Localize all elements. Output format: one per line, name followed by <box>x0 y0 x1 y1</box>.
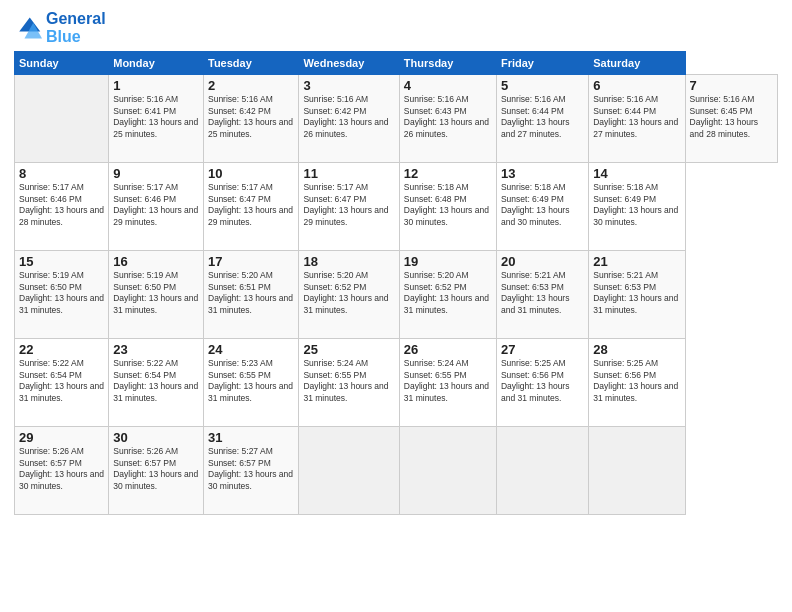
day-number: 7 <box>690 78 773 93</box>
day-number: 26 <box>404 342 492 357</box>
calendar-cell: 8 Sunrise: 5:17 AMSunset: 6:46 PMDayligh… <box>15 163 109 251</box>
calendar-header-row: SundayMondayTuesdayWednesdayThursdayFrid… <box>15 52 778 75</box>
calendar-cell: 17 Sunrise: 5:20 AMSunset: 6:51 PMDaylig… <box>204 251 299 339</box>
day-info: Sunrise: 5:16 AMSunset: 6:44 PMDaylight:… <box>501 94 584 140</box>
calendar-table: SundayMondayTuesdayWednesdayThursdayFrid… <box>14 51 778 515</box>
calendar-cell: 14 Sunrise: 5:18 AMSunset: 6:49 PMDaylig… <box>589 163 685 251</box>
calendar-cell: 6 Sunrise: 5:16 AMSunset: 6:44 PMDayligh… <box>589 75 685 163</box>
day-number: 19 <box>404 254 492 269</box>
day-info: Sunrise: 5:22 AMSunset: 6:54 PMDaylight:… <box>19 358 104 404</box>
calendar-cell: 1 Sunrise: 5:16 AMSunset: 6:41 PMDayligh… <box>109 75 204 163</box>
calendar-cell: 4 Sunrise: 5:16 AMSunset: 6:43 PMDayligh… <box>399 75 496 163</box>
calendar-cell-empty <box>15 75 109 163</box>
day-info: Sunrise: 5:27 AMSunset: 6:57 PMDaylight:… <box>208 446 294 492</box>
day-number: 16 <box>113 254 199 269</box>
day-info: Sunrise: 5:16 AMSunset: 6:41 PMDaylight:… <box>113 94 199 140</box>
day-number: 6 <box>593 78 680 93</box>
day-info: Sunrise: 5:16 AMSunset: 6:44 PMDaylight:… <box>593 94 680 140</box>
day-number: 18 <box>303 254 394 269</box>
day-number: 4 <box>404 78 492 93</box>
day-info: Sunrise: 5:17 AMSunset: 6:46 PMDaylight:… <box>113 182 199 228</box>
day-number: 27 <box>501 342 584 357</box>
calendar-cell: 9 Sunrise: 5:17 AMSunset: 6:46 PMDayligh… <box>109 163 204 251</box>
calendar-cell <box>299 427 399 515</box>
logo-line1: General <box>46 10 106 28</box>
day-number: 8 <box>19 166 104 181</box>
day-info: Sunrise: 5:17 AMSunset: 6:46 PMDaylight:… <box>19 182 104 228</box>
calendar-cell: 12 Sunrise: 5:18 AMSunset: 6:48 PMDaylig… <box>399 163 496 251</box>
calendar-cell: 18 Sunrise: 5:20 AMSunset: 6:52 PMDaylig… <box>299 251 399 339</box>
day-number: 10 <box>208 166 294 181</box>
day-number: 5 <box>501 78 584 93</box>
day-number: 9 <box>113 166 199 181</box>
day-number: 25 <box>303 342 394 357</box>
calendar-cell: 19 Sunrise: 5:20 AMSunset: 6:52 PMDaylig… <box>399 251 496 339</box>
calendar-cell: 11 Sunrise: 5:17 AMSunset: 6:47 PMDaylig… <box>299 163 399 251</box>
calendar-week-0: 1 Sunrise: 5:16 AMSunset: 6:41 PMDayligh… <box>15 75 778 163</box>
calendar-cell: 30 Sunrise: 5:26 AMSunset: 6:57 PMDaylig… <box>109 427 204 515</box>
day-info: Sunrise: 5:17 AMSunset: 6:47 PMDaylight:… <box>208 182 294 228</box>
day-info: Sunrise: 5:16 AMSunset: 6:45 PMDaylight:… <box>690 94 773 140</box>
day-number: 15 <box>19 254 104 269</box>
day-number: 20 <box>501 254 584 269</box>
logo-icon <box>14 14 42 42</box>
calendar-cell: 7 Sunrise: 5:16 AMSunset: 6:45 PMDayligh… <box>685 75 777 163</box>
day-number: 28 <box>593 342 680 357</box>
day-info: Sunrise: 5:20 AMSunset: 6:52 PMDaylight:… <box>404 270 492 316</box>
day-info: Sunrise: 5:17 AMSunset: 6:47 PMDaylight:… <box>303 182 394 228</box>
day-number: 14 <box>593 166 680 181</box>
day-number: 22 <box>19 342 104 357</box>
day-number: 24 <box>208 342 294 357</box>
calendar-cell: 16 Sunrise: 5:19 AMSunset: 6:50 PMDaylig… <box>109 251 204 339</box>
calendar-cell: 21 Sunrise: 5:21 AMSunset: 6:53 PMDaylig… <box>589 251 685 339</box>
day-number: 1 <box>113 78 199 93</box>
day-info: Sunrise: 5:25 AMSunset: 6:56 PMDaylight:… <box>593 358 680 404</box>
calendar-cell: 26 Sunrise: 5:24 AMSunset: 6:55 PMDaylig… <box>399 339 496 427</box>
day-number: 11 <box>303 166 394 181</box>
calendar-cell <box>496 427 588 515</box>
day-info: Sunrise: 5:18 AMSunset: 6:49 PMDaylight:… <box>593 182 680 228</box>
calendar-cell: 2 Sunrise: 5:16 AMSunset: 6:42 PMDayligh… <box>204 75 299 163</box>
day-number: 17 <box>208 254 294 269</box>
header-cell-saturday: Saturday <box>589 52 685 75</box>
day-info: Sunrise: 5:21 AMSunset: 6:53 PMDaylight:… <box>593 270 680 316</box>
calendar-week-4: 29 Sunrise: 5:26 AMSunset: 6:57 PMDaylig… <box>15 427 778 515</box>
day-number: 13 <box>501 166 584 181</box>
header-cell-wednesday: Wednesday <box>299 52 399 75</box>
header-cell-friday: Friday <box>496 52 588 75</box>
day-info: Sunrise: 5:20 AMSunset: 6:52 PMDaylight:… <box>303 270 394 316</box>
calendar-week-1: 8 Sunrise: 5:17 AMSunset: 6:46 PMDayligh… <box>15 163 778 251</box>
calendar-cell: 27 Sunrise: 5:25 AMSunset: 6:56 PMDaylig… <box>496 339 588 427</box>
day-info: Sunrise: 5:24 AMSunset: 6:55 PMDaylight:… <box>404 358 492 404</box>
day-number: 23 <box>113 342 199 357</box>
header-cell-thursday: Thursday <box>399 52 496 75</box>
day-number: 3 <box>303 78 394 93</box>
calendar-cell: 22 Sunrise: 5:22 AMSunset: 6:54 PMDaylig… <box>15 339 109 427</box>
calendar-cell <box>399 427 496 515</box>
day-info: Sunrise: 5:26 AMSunset: 6:57 PMDaylight:… <box>113 446 199 492</box>
header-cell-monday: Monday <box>109 52 204 75</box>
day-info: Sunrise: 5:22 AMSunset: 6:54 PMDaylight:… <box>113 358 199 404</box>
calendar-week-2: 15 Sunrise: 5:19 AMSunset: 6:50 PMDaylig… <box>15 251 778 339</box>
day-info: Sunrise: 5:21 AMSunset: 6:53 PMDaylight:… <box>501 270 584 316</box>
calendar-week-3: 22 Sunrise: 5:22 AMSunset: 6:54 PMDaylig… <box>15 339 778 427</box>
calendar-cell: 31 Sunrise: 5:27 AMSunset: 6:57 PMDaylig… <box>204 427 299 515</box>
calendar-cell: 10 Sunrise: 5:17 AMSunset: 6:47 PMDaylig… <box>204 163 299 251</box>
day-number: 31 <box>208 430 294 445</box>
calendar-body: 1 Sunrise: 5:16 AMSunset: 6:41 PMDayligh… <box>15 75 778 515</box>
day-info: Sunrise: 5:16 AMSunset: 6:42 PMDaylight:… <box>208 94 294 140</box>
header-cell-sunday: Sunday <box>15 52 109 75</box>
day-number: 21 <box>593 254 680 269</box>
calendar-cell: 5 Sunrise: 5:16 AMSunset: 6:44 PMDayligh… <box>496 75 588 163</box>
day-number: 30 <box>113 430 199 445</box>
day-number: 29 <box>19 430 104 445</box>
calendar-cell: 15 Sunrise: 5:19 AMSunset: 6:50 PMDaylig… <box>15 251 109 339</box>
day-number: 12 <box>404 166 492 181</box>
calendar-cell <box>589 427 685 515</box>
day-number: 2 <box>208 78 294 93</box>
day-info: Sunrise: 5:26 AMSunset: 6:57 PMDaylight:… <box>19 446 104 492</box>
day-info: Sunrise: 5:25 AMSunset: 6:56 PMDaylight:… <box>501 358 584 404</box>
calendar-cell: 13 Sunrise: 5:18 AMSunset: 6:49 PMDaylig… <box>496 163 588 251</box>
calendar-cell: 23 Sunrise: 5:22 AMSunset: 6:54 PMDaylig… <box>109 339 204 427</box>
logo-line2: Blue <box>46 28 106 46</box>
